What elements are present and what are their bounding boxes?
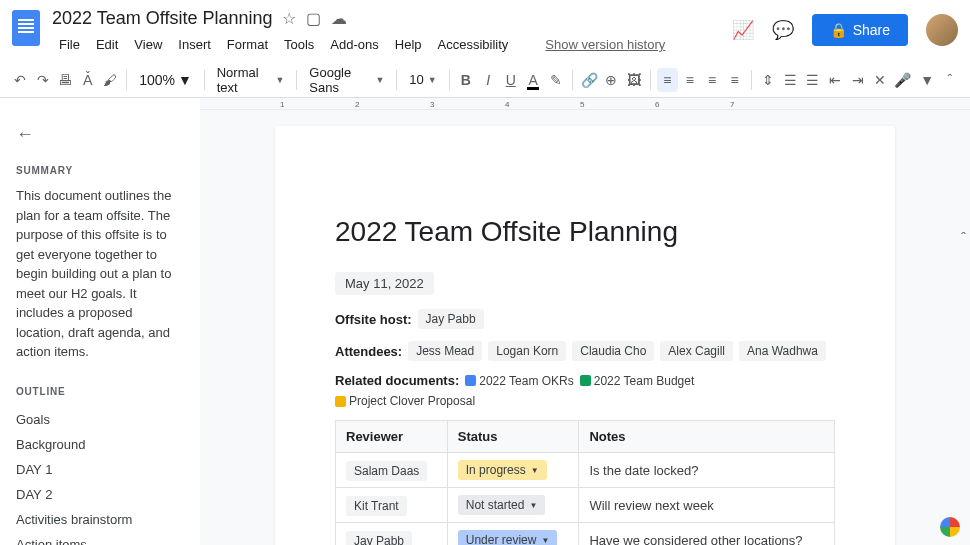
menu-accessibility[interactable]: Accessibility — [431, 33, 516, 56]
outline-item[interactable]: Activities brainstorm — [16, 507, 184, 532]
print-icon[interactable]: 🖶 — [55, 68, 75, 92]
style-select[interactable]: Normal text▼ — [211, 62, 291, 98]
size-select[interactable]: 10▼ — [403, 69, 442, 90]
numbered-list-icon[interactable]: ☰ — [780, 68, 800, 92]
outline-item[interactable]: Goals — [16, 407, 184, 432]
undo-icon[interactable]: ↶ — [10, 68, 30, 92]
scroll-up-icon[interactable]: ˆ — [961, 230, 966, 246]
menu-addons[interactable]: Add-ons — [323, 33, 385, 56]
paint-format-icon[interactable]: 🖌 — [100, 68, 120, 92]
menu-help[interactable]: Help — [388, 33, 429, 56]
line-spacing-icon[interactable]: ⇕ — [758, 68, 778, 92]
share-label: Share — [853, 22, 890, 38]
attendee-chip[interactable]: Jess Mead — [408, 341, 482, 361]
attendee-chip[interactable]: Logan Korn — [488, 341, 566, 361]
related-doc-chip[interactable]: Project Clover Proposal — [335, 394, 475, 408]
back-icon[interactable]: ← — [16, 124, 184, 145]
cloud-icon: ☁ — [331, 9, 347, 28]
lock-icon: 🔒 — [830, 22, 847, 38]
spellcheck-icon[interactable]: Ǎ — [77, 68, 97, 92]
share-button[interactable]: 🔒 Share — [812, 14, 908, 46]
star-icon[interactable]: ☆ — [282, 9, 296, 28]
th-notes: Notes — [579, 421, 835, 453]
outline-item[interactable]: Background — [16, 432, 184, 457]
comment-icon[interactable]: ⊕ — [601, 68, 621, 92]
zoom-select[interactable]: 100%▼ — [133, 72, 198, 88]
table-row: Jay Pabb Under review▼ Have we considere… — [336, 523, 835, 546]
summary-heading: SUMMARY — [16, 165, 184, 176]
table-row: Salam Daas In progress▼ Is the date lock… — [336, 453, 835, 488]
highlight-icon[interactable]: ✎ — [545, 68, 565, 92]
menu-file[interactable]: File — [52, 33, 87, 56]
docs-logo[interactable] — [12, 10, 40, 46]
status-chip[interactable]: Under review▼ — [458, 530, 558, 545]
chevron-down-icon: ▼ — [541, 536, 549, 545]
slides-icon — [335, 396, 346, 407]
page-title: 2022 Team Offsite Planning — [335, 216, 835, 248]
ruler[interactable]: 1 2 3 4 5 6 7 — [200, 98, 970, 110]
reviewer-chip[interactable]: Kit Trant — [346, 496, 407, 516]
doc-title[interactable]: 2022 Team Offsite Planning — [52, 8, 272, 29]
document-page[interactable]: 2022 Team Offsite Planning May 11, 2022 … — [275, 126, 895, 545]
google-badge-icon — [940, 517, 960, 537]
table-row: Kit Trant Not started▼ Will review next … — [336, 488, 835, 523]
host-chip[interactable]: Jay Pabb — [418, 309, 484, 329]
attendee-chip[interactable]: Alex Cagill — [660, 341, 733, 361]
chevron-down-icon: ▼ — [529, 501, 537, 510]
status-chip[interactable]: In progress▼ — [458, 460, 547, 480]
align-justify-icon[interactable]: ≡ — [724, 68, 744, 92]
attendees-label: Attendees: — [335, 344, 402, 359]
italic-icon[interactable]: I — [478, 68, 498, 92]
host-label: Offsite host: — [335, 312, 412, 327]
notes-cell[interactable]: Will review next week — [579, 488, 835, 523]
reviewer-chip[interactable]: Jay Pabb — [346, 531, 412, 546]
image-icon[interactable]: 🖼 — [624, 68, 644, 92]
chevron-down-icon: ▼ — [531, 466, 539, 475]
date-chip[interactable]: May 11, 2022 — [335, 272, 434, 295]
reviewer-chip[interactable]: Salam Daas — [346, 461, 427, 481]
th-status: Status — [447, 421, 579, 453]
font-select[interactable]: Google Sans▼ — [303, 62, 390, 98]
clear-format-icon[interactable]: ✕ — [870, 68, 890, 92]
user-avatar[interactable] — [926, 14, 958, 46]
menu-view[interactable]: View — [127, 33, 169, 56]
related-doc-chip[interactable]: 2022 Team OKRs — [465, 374, 574, 388]
doc-icon — [465, 375, 476, 386]
folder-icon[interactable]: ▢ — [306, 9, 321, 28]
review-table: Reviewer Status Notes Salam Daas In prog… — [335, 420, 835, 545]
menu-edit[interactable]: Edit — [89, 33, 125, 56]
align-left-icon[interactable]: ≡ — [657, 68, 677, 92]
voice-icon[interactable]: 🎤 — [893, 68, 913, 92]
outline-item[interactable]: Action items — [16, 532, 184, 546]
collapse-icon[interactable]: ˆ — [940, 68, 960, 92]
attendee-chip[interactable]: Claudia Cho — [572, 341, 654, 361]
outline-item[interactable]: DAY 1 — [16, 457, 184, 482]
attendee-chip[interactable]: Ana Wadhwa — [739, 341, 826, 361]
align-right-icon[interactable]: ≡ — [702, 68, 722, 92]
align-center-icon[interactable]: ≡ — [680, 68, 700, 92]
menu-format[interactable]: Format — [220, 33, 275, 56]
link-icon[interactable]: 🔗 — [579, 68, 599, 92]
text-color-icon[interactable]: A — [523, 68, 543, 92]
editing-mode-icon[interactable]: ▼ — [917, 68, 937, 92]
indent-inc-icon[interactable]: ⇥ — [848, 68, 868, 92]
related-label: Related documents: — [335, 373, 459, 388]
menu-insert[interactable]: Insert — [171, 33, 218, 56]
th-reviewer: Reviewer — [336, 421, 448, 453]
notes-cell[interactable]: Is the date locked? — [579, 453, 835, 488]
bold-icon[interactable]: B — [456, 68, 476, 92]
status-chip[interactable]: Not started▼ — [458, 495, 546, 515]
related-doc-chip[interactable]: 2022 Team Budget — [580, 374, 695, 388]
bulleted-list-icon[interactable]: ☰ — [803, 68, 823, 92]
outline-heading: OUTLINE — [16, 386, 184, 397]
summary-text: This document outlines the plan for a te… — [16, 186, 184, 362]
indent-dec-icon[interactable]: ⇤ — [825, 68, 845, 92]
version-history-link[interactable]: Show version history — [545, 37, 665, 52]
redo-icon[interactable]: ↷ — [32, 68, 52, 92]
notes-cell[interactable]: Have we considered other locations? — [579, 523, 835, 546]
underline-icon[interactable]: U — [501, 68, 521, 92]
outline-item[interactable]: DAY 2 — [16, 482, 184, 507]
comments-icon[interactable]: 💬 — [772, 19, 794, 41]
menu-tools[interactable]: Tools — [277, 33, 321, 56]
analytics-icon[interactable]: 📈 — [732, 19, 754, 41]
